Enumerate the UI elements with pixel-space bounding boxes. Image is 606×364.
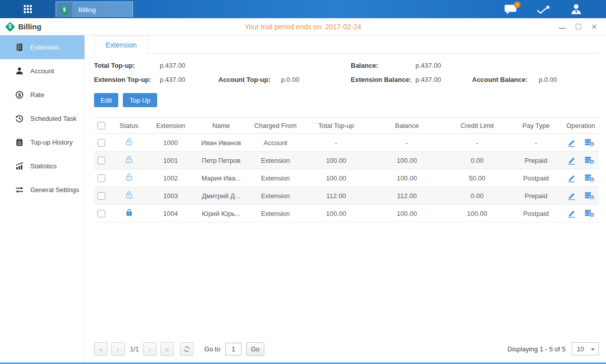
first-page-button[interactable]: « — [94, 342, 108, 356]
table-row: 1004Юрий Юрь...Extension100.00100.00100.… — [94, 205, 599, 222]
extension-topup-label: Extension Top-up: — [94, 76, 160, 83]
cell-balance: 100.00 — [369, 210, 445, 217]
edit-row-icon[interactable] — [567, 209, 576, 218]
cell-credit-limit: 0.00 — [445, 157, 509, 164]
total-topup-label: Total Top-up: — [94, 62, 160, 69]
cell-credit-limit: - — [445, 139, 509, 147]
table-row: 1002Мария Ива...Extension100.00100.0050.… — [94, 169, 599, 187]
edit-row-icon[interactable] — [567, 139, 576, 147]
edit-row-icon[interactable] — [567, 174, 576, 183]
refresh-icon — [183, 345, 191, 353]
table-row: 1003Дмитрий Д...Extension112.00112.000.0… — [94, 187, 599, 205]
sidebar-item-label: Scheduled Task — [30, 115, 77, 122]
sidebar-item-statistics[interactable]: Statistics — [0, 154, 84, 178]
edit-button[interactable]: Edit — [94, 93, 118, 107]
refresh-button[interactable] — [180, 342, 194, 356]
cell-status — [111, 138, 147, 148]
goto-page-input[interactable] — [225, 343, 242, 355]
cell-pay-type: Postpaid — [509, 210, 563, 217]
maximize-icon[interactable] — [576, 24, 581, 29]
balance-value: p.437.00 — [415, 62, 472, 69]
table-row: 1000Иван ИвановAccount----$ — [94, 134, 599, 152]
cell-charged-from: Extension — [248, 192, 303, 200]
cell-extension: 1000 — [147, 139, 195, 147]
close-icon[interactable]: × — [591, 23, 597, 30]
svg-text:$: $ — [591, 195, 593, 199]
general-settings-icon — [15, 186, 24, 194]
cell-credit-limit: 50.00 — [445, 174, 509, 182]
svg-text:$: $ — [591, 177, 593, 181]
row-checkbox[interactable] — [98, 157, 105, 164]
sidebar-item-label: General Settings — [30, 186, 79, 194]
row-checkbox[interactable] — [98, 174, 105, 182]
sidebar-item-topup-history[interactable]: Top-up History — [0, 130, 84, 154]
account-topup-value: p.0.00 — [281, 76, 351, 83]
cell-extension: 1003 — [147, 192, 195, 200]
cell-name: Петр Петров — [195, 157, 248, 164]
cell-pay-type: - — [509, 139, 563, 147]
edit-row-icon[interactable] — [567, 192, 576, 200]
sidebar-item-scheduled-task[interactable]: Scheduled Task — [0, 107, 84, 130]
topup-row-icon[interactable]: $ — [584, 156, 595, 165]
apps-grid-icon[interactable] — [0, 0, 56, 18]
last-page-button[interactable]: » — [160, 342, 174, 356]
topup-row-icon[interactable]: $ — [584, 192, 595, 200]
edit-row-icon[interactable] — [567, 156, 576, 165]
page-indicator: 1/1 — [130, 345, 139, 353]
statistics-chart-icon[interactable] — [536, 4, 550, 15]
cell-extension: 1002 — [147, 174, 195, 182]
billing-window-icon: $ — [5, 22, 15, 32]
row-checkbox[interactable] — [98, 192, 105, 200]
statistics-icon — [15, 162, 24, 170]
minimize-icon[interactable] — [559, 24, 566, 29]
table-body: 1000Иван ИвановAccount----$1001Петр Петр… — [94, 134, 599, 222]
window-title: Billing — [18, 22, 41, 31]
cell-total-topup: 100.00 — [303, 174, 369, 182]
lock-open-icon — [125, 173, 133, 181]
sidebar-item-rate[interactable]: $ Rate — [0, 83, 84, 107]
cell-total-topup: 100.00 — [303, 210, 369, 217]
topup-row-icon[interactable]: $ — [584, 209, 595, 218]
cell-charged-from: Extension — [248, 210, 303, 217]
topup-row-icon[interactable]: $ — [584, 139, 595, 147]
trial-notice: Your trial period ends on: 2017-02-24 — [0, 23, 606, 31]
user-icon[interactable] — [570, 4, 583, 15]
topup-row-icon[interactable]: $ — [584, 174, 595, 183]
cell-credit-limit: 0.00 — [445, 192, 509, 200]
cell-status — [111, 208, 147, 218]
column-status: Status — [111, 122, 147, 129]
cell-pay-type: Postpaid — [509, 174, 563, 182]
messages-icon[interactable]: ! — [504, 5, 517, 14]
row-checkbox[interactable] — [98, 210, 105, 217]
cell-total-topup: 100.00 — [303, 157, 369, 164]
sidebar-item-extension[interactable]: Extension — [0, 35, 84, 59]
column-operation: Operation — [563, 122, 599, 129]
next-page-button[interactable]: › — [143, 342, 157, 356]
tab-extension[interactable]: Extension — [94, 36, 148, 54]
sidebar: Extension Account $ Rate Scheduled Task … — [0, 35, 85, 362]
cell-pay-type: Prepaid — [509, 192, 563, 200]
last-page-icon: » — [165, 345, 169, 353]
topup-history-icon — [15, 138, 24, 147]
sidebar-item-account[interactable]: Account — [0, 59, 84, 83]
cell-status — [111, 155, 147, 165]
balance-label: Balance: — [351, 62, 415, 69]
cell-pay-type: Prepaid — [509, 157, 563, 164]
total-topup-value: p.437.00 — [160, 62, 218, 69]
lock-closed-icon — [125, 208, 133, 217]
extension-balance-label: Extension Balance: — [351, 76, 415, 83]
row-checkbox[interactable] — [98, 139, 105, 147]
prev-page-button[interactable]: ‹ — [111, 342, 125, 356]
page-size-select[interactable]: 10 — [572, 342, 599, 355]
notification-badge: ! — [514, 2, 521, 8]
sidebar-item-general-settings[interactable]: General Settings — [0, 178, 84, 202]
go-button[interactable]: Go — [246, 342, 264, 356]
action-buttons: Edit Top Up — [94, 93, 599, 107]
column-balance: Balance — [369, 122, 445, 129]
account-topup-label: Account Top-up: — [218, 76, 281, 83]
top-up-button[interactable]: Top Up — [123, 93, 157, 107]
select-all-checkbox[interactable] — [98, 122, 105, 129]
topbar-tab-billing[interactable]: $ Billing — [56, 2, 133, 17]
topbar: $ Billing ! — [0, 0, 606, 18]
cell-name: Юрий Юрь... — [195, 210, 248, 217]
